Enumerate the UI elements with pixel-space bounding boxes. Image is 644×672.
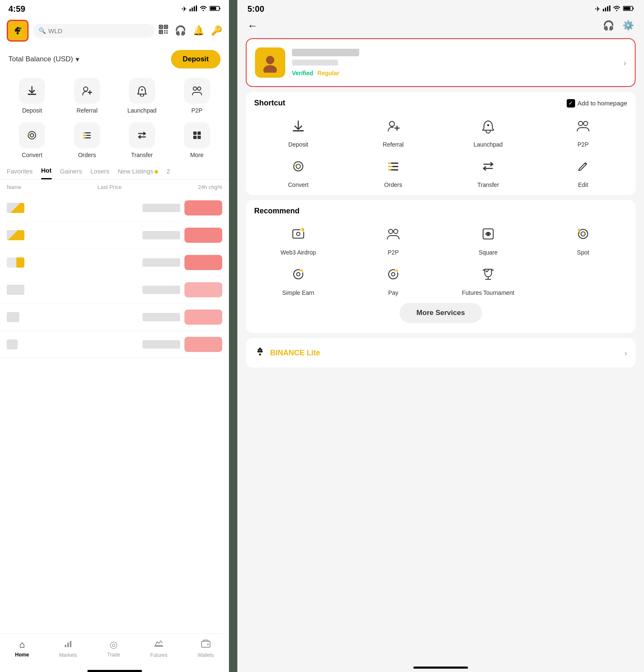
recommend-section: Recommend ₿ Web3 Airdrop P2P — [246, 200, 636, 333]
more-icon — [184, 122, 210, 148]
right-headphone-icon[interactable]: 🎧 — [603, 20, 614, 31]
svg-rect-54 — [293, 130, 304, 131]
recommend-pay[interactable]: $ Pay — [349, 262, 437, 296]
p2p-label: P2P — [191, 107, 202, 114]
action-p2p[interactable]: P2P — [171, 78, 222, 114]
nav-futures[interactable]: Futures — [150, 639, 168, 658]
shortcut-actions-row1: Deposit Referral Launchpad — [254, 114, 627, 148]
shortcut-edit-label: Edit — [578, 181, 588, 188]
action-referral[interactable]: Referral — [62, 78, 113, 114]
right-top-nav: ← 🎧 ⚙️ — [237, 16, 644, 35]
signal-icon — [189, 5, 197, 13]
tab-new-listings[interactable]: New Listings — [118, 168, 158, 179]
shortcut-deposit[interactable]: Deposit — [254, 114, 342, 148]
svg-rect-15 — [166, 30, 168, 32]
coin-info — [7, 312, 138, 322]
bell-icon[interactable]: 🔔 — [193, 25, 204, 36]
market-list-header: Name Last Price 24h chg% — [0, 180, 229, 194]
recommend-web3-airdrop[interactable]: ₿ Web3 Airdrop — [254, 222, 342, 256]
col-name: Name — [7, 184, 21, 190]
svg-rect-39 — [67, 643, 69, 647]
shortcut-transfer[interactable]: Transfer — [444, 155, 532, 188]
svg-rect-28 — [83, 132, 85, 134]
action-launchpad[interactable]: Launchpad — [117, 78, 168, 114]
table-row[interactable] — [0, 222, 229, 249]
nav-markets[interactable]: Markets — [59, 639, 77, 658]
action-convert[interactable]: Convert — [7, 122, 58, 158]
table-row[interactable] — [0, 194, 229, 222]
price-col — [142, 204, 180, 212]
scan-icon[interactable] — [159, 25, 168, 37]
action-deposit[interactable]: Deposit — [7, 78, 58, 114]
svg-rect-12 — [165, 26, 167, 28]
right-settings-icon[interactable]: ⚙️ — [623, 20, 634, 31]
svg-point-55 — [389, 121, 394, 126]
svg-point-59 — [294, 162, 303, 171]
table-row[interactable] — [0, 331, 229, 358]
recommend-spot[interactable]: Spot — [539, 222, 627, 256]
nav-home[interactable]: ⌂ Home — [15, 639, 29, 658]
deposit-button[interactable]: Deposit — [171, 50, 221, 68]
tab-more[interactable]: 2 — [166, 168, 170, 179]
transfer-icon — [129, 122, 155, 148]
shortcut-edit[interactable]: Edit — [539, 155, 627, 188]
regular-badge: Regular — [318, 70, 339, 76]
nav-markets-label: Markets — [59, 652, 77, 658]
nav-trade[interactable]: ◎ Trade — [107, 639, 120, 658]
binance-lite-banner[interactable]: BINANCE Lite › — [246, 338, 636, 368]
shortcut-transfer-icon — [476, 155, 500, 178]
shortcut-deposit-label: Deposit — [288, 141, 308, 148]
action-more[interactable]: More — [171, 122, 222, 158]
action-orders[interactable]: Orders — [62, 122, 113, 158]
svg-rect-32 — [197, 131, 201, 135]
svg-rect-7 — [219, 8, 221, 9]
shortcut-orders[interactable]: Orders — [349, 155, 437, 188]
nav-wallets[interactable]: Wallets — [197, 639, 214, 658]
table-row[interactable] — [0, 304, 229, 331]
shortcut-launchpad[interactable]: Launchpad — [444, 114, 532, 148]
price-col — [142, 231, 180, 239]
more-services-button[interactable]: More Services — [400, 303, 481, 323]
tab-favorites[interactable]: Favorites — [7, 168, 33, 179]
profile-icon[interactable]: 🔑 — [211, 25, 222, 36]
coin-thumb — [7, 203, 24, 213]
shortcut-actions-row2: Convert Orders Transfer — [254, 155, 627, 188]
recommend-futures-tournament[interactable]: Futures Tournament — [444, 262, 532, 296]
binance-logo[interactable] — [7, 20, 29, 42]
change-col — [184, 282, 222, 297]
shortcut-p2p[interactable]: P2P — [539, 114, 627, 148]
shortcut-referral[interactable]: Referral — [349, 114, 437, 148]
price-col — [142, 340, 180, 349]
recommend-square[interactable]: Square — [444, 222, 532, 256]
wifi-icon — [200, 5, 207, 13]
balance-section: Total Balance (USD) ▾ Deposit — [0, 45, 229, 74]
tab-hot[interactable]: Hot — [41, 167, 52, 179]
balance-label[interactable]: Total Balance (USD) ▾ — [8, 55, 79, 64]
table-row[interactable] — [0, 276, 229, 304]
tab-gainers[interactable]: Gainers — [60, 168, 82, 179]
more-services-container: More Services — [254, 303, 627, 323]
coin-thumb — [7, 339, 18, 349]
svg-rect-51 — [633, 8, 634, 9]
recommend-row2: $ Simple Earn $ Pay Futures Tournament — [254, 262, 627, 296]
table-row[interactable] — [0, 249, 229, 276]
coin-info — [7, 230, 138, 240]
back-button[interactable]: ← — [247, 20, 258, 32]
recommend-p2p[interactable]: P2P — [349, 222, 437, 256]
recommend-simple-earn[interactable]: $ Simple Earn — [254, 262, 342, 296]
col-price: Last Price — [97, 184, 122, 190]
search-input[interactable] — [48, 27, 82, 34]
add-to-homepage[interactable]: ✓ Add to homepage — [567, 99, 627, 108]
shortcut-convert[interactable]: Convert — [254, 155, 342, 188]
tab-losers[interactable]: Losers — [90, 168, 109, 179]
bottom-nav: ⌂ Home Markets ◎ Trade Futures Wallets — [0, 633, 229, 667]
change-col — [184, 310, 222, 325]
profile-card[interactable]: Verified Regular › — [246, 38, 636, 87]
svg-point-20 — [141, 89, 143, 91]
svg-rect-3 — [196, 5, 197, 11]
svg-rect-45 — [605, 8, 606, 11]
headphone-icon[interactable]: 🎧 — [175, 25, 186, 36]
action-transfer[interactable]: Transfer — [117, 122, 168, 158]
search-bar[interactable]: 🔍 — [33, 24, 155, 38]
svg-point-76 — [581, 232, 585, 236]
